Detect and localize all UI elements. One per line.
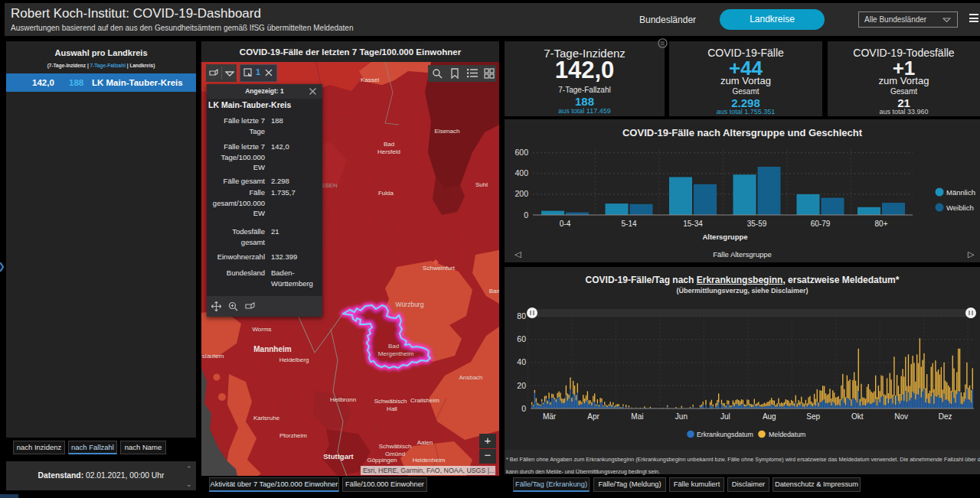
svg-text:Schweinfurt: Schweinfurt [423,265,456,272]
svg-text:40: 40 [517,357,526,366]
svg-text:Dez: Dez [939,412,952,421]
svg-text:Worms: Worms [252,326,271,333]
svg-text:Altersgruppe: Altersgruppe [702,233,747,241]
svg-text:600: 600 [514,148,528,157]
svg-text:Apr: Apr [587,412,599,421]
svg-text:Stuttgart: Stuttgart [323,452,354,461]
svg-text:20: 20 [517,381,526,390]
svg-text:Bad: Bad [384,141,394,148]
svg-text:Aalen: Aalen [417,439,433,446]
svg-text:15-34: 15-34 [683,220,703,228]
svg-text:0: 0 [521,404,526,413]
svg-text:Weiblich: Weiblich [946,203,974,212]
svg-text:Meldedatum: Meldedatum [769,431,805,438]
svg-text:0-4: 0-4 [560,220,571,228]
svg-text:Männlich: Männlich [946,188,975,197]
svg-text:400: 400 [514,168,528,177]
svg-text:Bam: Bam [489,288,499,295]
svg-text:Nov: Nov [894,412,908,421]
svg-text:Fulda: Fulda [378,190,394,197]
svg-text:Kassel: Kassel [361,76,379,83]
svg-text:Karlsruhe: Karlsruhe [253,415,280,422]
svg-text:Mannheim: Mannheim [253,345,292,353]
svg-text:Pforzheim: Pforzheim [279,432,307,439]
svg-text:200: 200 [514,189,528,198]
svg-text:Schwäbisch: Schwäbisch [374,398,407,405]
svg-text:Mär: Mär [543,412,557,421]
svg-text:Jul: Jul [720,412,730,421]
svg-text:SSEN: SSEN [321,182,338,189]
svg-text:Heidenheim: Heidenheim [413,457,446,464]
svg-text:Heidelberg: Heidelberg [279,356,309,363]
svg-text:Bad: Bad [388,343,399,350]
svg-text:Mai: Mai [631,412,643,421]
svg-text:80+: 80+ [875,220,888,228]
svg-text:rslautern: rslautern [201,353,224,360]
svg-text:Aug: Aug [763,412,776,421]
svg-text:35-59: 35-59 [747,220,767,228]
svg-text:Jun: Jun [675,412,688,421]
svg-text:Gmünd: Gmünd [385,451,405,457]
svg-text:Mergentheim: Mergentheim [378,350,414,357]
svg-text:Würzburg: Würzburg [396,301,424,308]
svg-text:Heilbronn: Heilbronn [330,396,356,403]
svg-text:Erkrankungsdatum: Erkrankungsdatum [697,431,753,438]
svg-text:60-79: 60-79 [811,220,831,228]
svg-text:80: 80 [517,311,526,321]
svg-text:Okt: Okt [851,412,864,421]
svg-text:5-14: 5-14 [621,220,636,228]
svg-text:Ansbach: Ansbach [459,374,482,381]
svg-text:Schwäbisch: Schwäbisch [379,443,412,450]
svg-text:Sep: Sep [806,412,820,421]
svg-text:0: 0 [524,210,528,220]
svg-text:Eisenach: Eisenach [435,128,460,135]
svg-text:Hersfeld: Hersfeld [377,148,400,155]
svg-text:Göppingen: Göppingen [367,457,397,464]
svg-text:Suhl: Suhl [475,181,488,188]
svg-text:Crailsheim: Crailsheim [410,397,439,404]
svg-text:60: 60 [517,334,526,343]
svg-text:Hall: Hall [387,405,397,412]
